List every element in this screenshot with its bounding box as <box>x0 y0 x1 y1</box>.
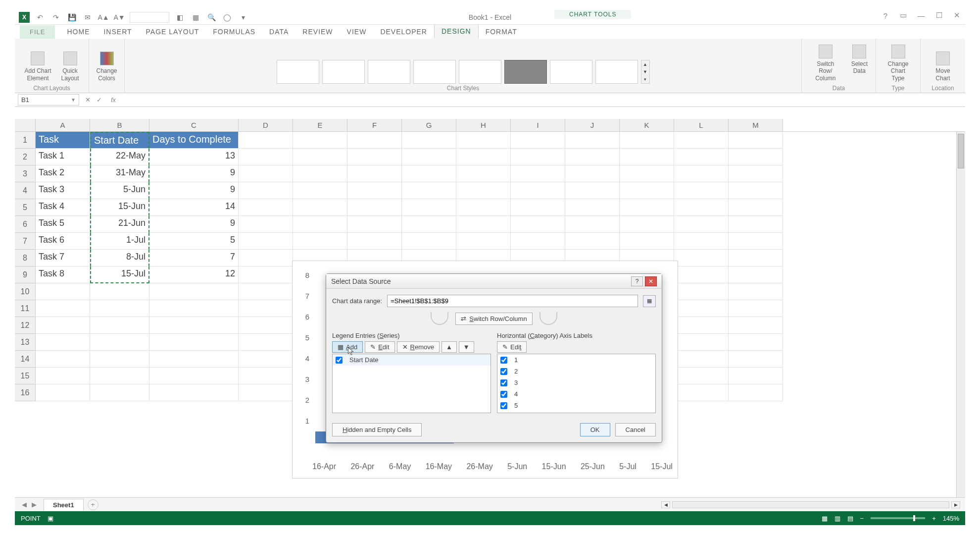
cell-A7[interactable]: Task 6 <box>36 233 90 250</box>
chart-style-4[interactable] <box>413 60 456 84</box>
cell-M1[interactable] <box>729 132 783 149</box>
cell-B5[interactable]: 15-Jun <box>90 199 149 216</box>
cell-L3[interactable] <box>674 165 729 182</box>
cell-L1[interactable] <box>674 132 729 149</box>
cell-C5[interactable]: 14 <box>149 199 239 216</box>
row-header-8[interactable]: 8 <box>15 250 36 267</box>
cell-E4[interactable] <box>293 182 347 199</box>
legend-remove-button[interactable]: ✕Remove <box>397 341 440 353</box>
cell-I6[interactable] <box>511 216 565 233</box>
add-chart-element-button[interactable]: Add Chart Element <box>21 50 54 84</box>
qat-icon-3[interactable]: 🔍 <box>206 12 217 23</box>
cell-K4[interactable] <box>620 182 674 199</box>
cell-C15[interactable] <box>149 368 239 384</box>
cell-A5[interactable]: Task 4 <box>36 199 90 216</box>
redo-button[interactable]: ↷ <box>50 12 61 23</box>
column-header-E[interactable]: E <box>293 119 347 131</box>
row-header-9[interactable]: 9 <box>15 267 36 283</box>
cell-F6[interactable] <box>347 216 402 233</box>
tab-page-layout[interactable]: PAGE LAYOUT <box>139 25 206 39</box>
cell-H2[interactable] <box>456 149 511 165</box>
cell-I7[interactable] <box>511 233 565 250</box>
ok-button[interactable]: OK <box>580 423 610 436</box>
cell-H6[interactable] <box>456 216 511 233</box>
cell-G2[interactable] <box>402 149 456 165</box>
cell-L10[interactable] <box>674 283 729 300</box>
cell-A2[interactable]: Task 1 <box>36 149 90 165</box>
save-button[interactable]: 💾 <box>66 12 77 23</box>
chart-style-7[interactable] <box>550 60 592 84</box>
fx-icon[interactable]: fx <box>108 96 119 104</box>
legend-series-item[interactable]: Start Date <box>333 354 490 366</box>
cell-A12[interactable] <box>36 317 90 334</box>
row-header-4[interactable]: 4 <box>15 182 36 199</box>
zoom-level[interactable]: 145% <box>943 515 959 522</box>
cell-B6[interactable]: 21-Jun <box>90 216 149 233</box>
cell-L5[interactable] <box>674 199 729 216</box>
change-chart-type-button[interactable]: Change Chart Type <box>881 43 915 84</box>
cell-J1[interactable] <box>565 132 620 149</box>
cell-L8[interactable] <box>674 250 729 267</box>
cell-B3[interactable]: 31-May <box>90 165 149 182</box>
cell-G7[interactable] <box>402 233 456 250</box>
legend-edit-button[interactable]: ✎Edit <box>365 341 394 353</box>
switch-row-column-button[interactable]: Switch Row/ Column <box>807 43 844 84</box>
cell-D10[interactable] <box>239 283 293 300</box>
cell-B13[interactable] <box>90 334 149 351</box>
cell-F7[interactable] <box>347 233 402 250</box>
name-box[interactable]: B1▼ <box>18 94 79 106</box>
cell-H4[interactable] <box>456 182 511 199</box>
cell-M15[interactable] <box>729 368 783 384</box>
cell-A14[interactable] <box>36 351 90 368</box>
column-header-F[interactable]: F <box>347 119 402 131</box>
cell-C2[interactable]: 13 <box>149 149 239 165</box>
row-header-10[interactable]: 10 <box>15 283 36 300</box>
cell-L4[interactable] <box>674 182 729 199</box>
cancel-button[interactable]: Cancel <box>615 423 656 436</box>
cell-E7[interactable] <box>293 233 347 250</box>
axis-label-item[interactable]: 3 <box>497 377 655 388</box>
tab-formulas[interactable]: FORMULAS <box>206 25 262 39</box>
cell-L12[interactable] <box>674 317 729 334</box>
legend-series-list[interactable]: Start Date <box>332 354 491 413</box>
cell-B11[interactable] <box>90 300 149 317</box>
tab-home[interactable]: HOME <box>60 25 97 39</box>
cell-C16[interactable] <box>149 384 239 401</box>
cell-K3[interactable] <box>620 165 674 182</box>
cell-B9[interactable]: 15-Jul <box>90 267 149 283</box>
range-selector-button[interactable]: ▦ <box>643 295 656 307</box>
ribbon-options-button[interactable]: ▭ <box>898 10 909 21</box>
view-normal-button[interactable]: ▦ <box>822 515 828 522</box>
tab-review[interactable]: REVIEW <box>295 25 340 39</box>
sheet-nav-prev[interactable]: ◀ <box>22 501 27 508</box>
chart-styles-gallery[interactable]: ▲▼▾ <box>277 60 650 84</box>
axis-label-checkbox[interactable] <box>500 402 507 409</box>
cell-I1[interactable] <box>511 132 565 149</box>
cell-C13[interactable] <box>149 334 239 351</box>
select-all-corner[interactable] <box>15 119 36 131</box>
file-tab[interactable]: FILE <box>20 25 55 39</box>
cell-A11[interactable] <box>36 300 90 317</box>
zoom-slider[interactable] <box>871 517 925 519</box>
legend-move-up-button[interactable]: ▲ <box>441 341 457 353</box>
cell-D1[interactable] <box>239 132 293 149</box>
cell-A3[interactable]: Task 2 <box>36 165 90 182</box>
axis-label-checkbox[interactable] <box>500 368 507 375</box>
tab-format[interactable]: FORMAT <box>479 25 524 39</box>
cell-A10[interactable] <box>36 283 90 300</box>
help-button[interactable]: ? <box>880 10 891 21</box>
cell-I5[interactable] <box>511 199 565 216</box>
zoom-out-button[interactable]: − <box>860 515 864 522</box>
maximize-button[interactable]: ☐ <box>933 10 944 21</box>
axis-label-checkbox[interactable] <box>500 391 507 398</box>
cell-C4[interactable]: 9 <box>149 182 239 199</box>
dialog-close-button[interactable]: ✕ <box>645 276 657 286</box>
axis-label-checkbox[interactable] <box>500 357 507 364</box>
dialog-titlebar[interactable]: Select Data Source ? ✕ <box>326 274 662 289</box>
quick-layout-button[interactable]: Quick Layout <box>58 50 82 84</box>
cell-M11[interactable] <box>729 300 783 317</box>
row-header-11[interactable]: 11 <box>15 300 36 317</box>
cell-E1[interactable] <box>293 132 347 149</box>
cell-M3[interactable] <box>729 165 783 182</box>
sheet-nav-next[interactable]: ▶ <box>32 501 37 508</box>
